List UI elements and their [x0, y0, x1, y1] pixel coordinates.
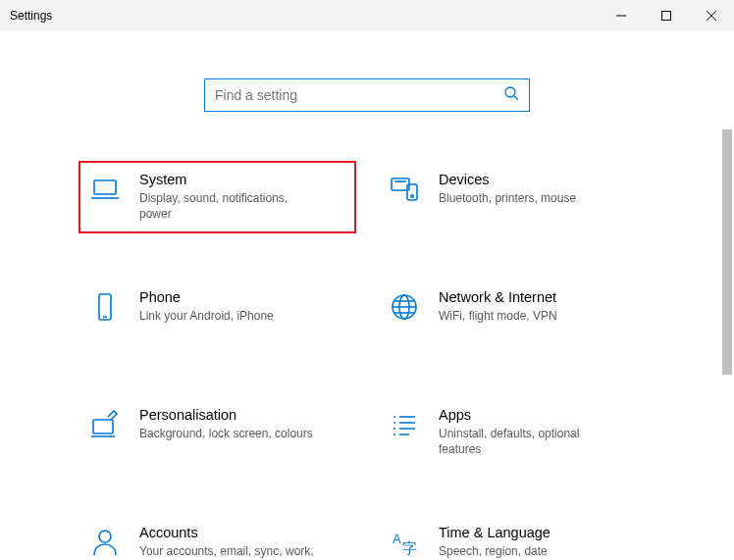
close-button[interactable]	[689, 0, 734, 31]
titlebar: Settings	[0, 0, 734, 31]
list-icon	[388, 408, 421, 441]
close-icon	[707, 11, 716, 21]
tile-title: System	[139, 171, 348, 188]
minimize-icon	[616, 11, 626, 21]
minimize-button[interactable]	[599, 0, 644, 31]
tile-title: Network & Internet	[439, 288, 648, 306]
tile-desc: Uninstall, defaults, optional features	[439, 426, 615, 457]
tile-title: Personalisation	[139, 406, 348, 424]
window-title: Settings	[10, 9, 52, 23]
tile-phone[interactable]: PhoneLink your Android, iPhone	[79, 279, 356, 351]
tile-text: Network & InternetWiFi, flight mode, VPN	[439, 288, 648, 324]
tile-desc: Speech, region, date	[439, 543, 615, 559]
svg-point-4	[505, 87, 515, 97]
tile-desc: WiFi, flight mode, VPN	[439, 308, 615, 324]
tile-title: Devices	[439, 171, 648, 188]
phone-icon	[88, 290, 122, 324]
person-icon	[88, 526, 122, 559]
tile-desc: Background, lock screen, colours	[139, 426, 316, 441]
tile-network-internet[interactable]: Network & InternetWiFi, flight mode, VPN	[378, 279, 655, 351]
tile-text: AccountsYour accounts, email, sync, work…	[139, 524, 348, 560]
tile-text: DevicesBluetooth, printers, mouse	[439, 171, 648, 206]
tile-personalisation[interactable]: PersonalisationBackground, lock screen, …	[79, 396, 356, 469]
tile-title: Apps	[439, 406, 648, 424]
tile-time-language[interactable]: Time & LanguageSpeech, region, date	[378, 514, 655, 560]
tile-desc: Link your Android, iPhone	[139, 308, 316, 324]
brush-icon	[88, 408, 122, 441]
search-input[interactable]	[215, 87, 503, 103]
tile-text: Time & LanguageSpeech, region, date	[439, 524, 648, 559]
tile-text: PhoneLink your Android, iPhone	[139, 288, 348, 324]
settings-grid: SystemDisplay, sound, notifications, pow…	[79, 161, 655, 560]
tile-desc: Bluetooth, printers, mouse	[439, 190, 615, 206]
tile-title: Accounts	[139, 524, 348, 541]
search-icon	[503, 85, 519, 105]
scrollbar-thumb[interactable]	[722, 129, 732, 375]
tile-devices[interactable]: DevicesBluetooth, printers, mouse	[378, 161, 655, 233]
tile-desc: Your accounts, email, sync, work, family	[139, 543, 316, 560]
maximize-button[interactable]	[644, 0, 689, 31]
globe-icon	[388, 290, 421, 324]
titlebar-controls	[599, 0, 734, 31]
tile-text: SystemDisplay, sound, notifications, pow…	[139, 171, 348, 223]
search-box[interactable]	[204, 78, 530, 112]
tile-title: Time & Language	[439, 524, 648, 541]
scrollbar[interactable]	[722, 129, 732, 532]
svg-rect-1	[662, 12, 671, 21]
search-wrap	[0, 31, 734, 112]
content: SystemDisplay, sound, notifications, pow…	[0, 31, 734, 560]
maximize-icon	[661, 11, 671, 21]
svg-line-5	[514, 96, 518, 100]
tile-text: PersonalisationBackground, lock screen, …	[139, 406, 348, 441]
tile-text: AppsUninstall, defaults, optional featur…	[439, 406, 648, 458]
tile-system[interactable]: SystemDisplay, sound, notifications, pow…	[79, 161, 356, 233]
tile-desc: Display, sound, notifications, power	[139, 190, 316, 222]
tile-apps[interactable]: AppsUninstall, defaults, optional featur…	[378, 396, 655, 469]
tile-title: Phone	[139, 288, 348, 306]
lang-icon	[388, 526, 421, 559]
laptop-icon	[88, 173, 122, 206]
devices-icon	[388, 173, 421, 206]
tile-accounts[interactable]: AccountsYour accounts, email, sync, work…	[79, 514, 356, 560]
